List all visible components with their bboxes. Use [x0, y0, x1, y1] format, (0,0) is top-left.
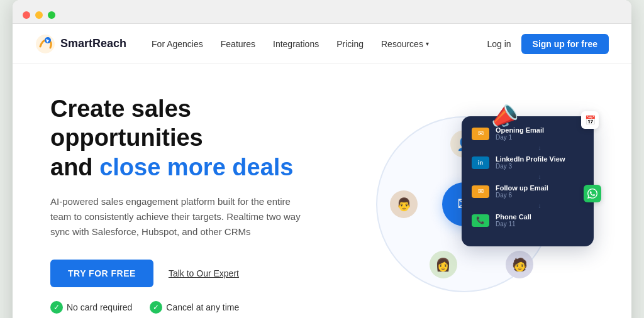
sequence-item-2: in LinkedIn Profile View Day 3: [472, 155, 584, 170]
talk-to-expert-button[interactable]: Talk to Our Expert: [169, 268, 239, 278]
nav-integrations[interactable]: Integrations: [273, 39, 319, 49]
avatar-3: 👩: [430, 251, 457, 278]
nav-links: For Agencies Features Integrations Prici…: [152, 39, 487, 49]
hero-section: Create sales opportunities and close mor…: [13, 64, 631, 318]
hero-illustration: 📣 👤 👨 👩 🧑 📅: [335, 97, 594, 311]
no-card-badge: ✓ No card required: [50, 301, 132, 314]
hero-left: Create sales opportunities and close mor…: [50, 94, 309, 314]
chevron-down-icon: ▾: [426, 40, 429, 47]
hero-actions: TRY FOR FREE Talk to Our Expert: [50, 260, 309, 287]
sequence-item-3: ✉ Follow up Email Day 6: [472, 184, 584, 199]
logo[interactable]: SmartReach: [35, 34, 126, 54]
browser-chrome: [13, 0, 631, 24]
calendar-icon: 📅: [581, 111, 599, 129]
window-maximize-dot[interactable]: [48, 11, 55, 19]
hero-title: Create sales opportunities and close mor…: [50, 94, 309, 182]
sequence-item-4: 📞 Phone Call Day 11: [472, 213, 584, 228]
try-for-free-button[interactable]: TRY FOR FREE: [50, 260, 153, 287]
nav-actions: Log in Sign up for free: [487, 34, 609, 54]
hero-title-highlight: close more deals: [99, 154, 293, 180]
cancel-badge: ✓ Cancel at any time: [150, 301, 239, 314]
avatar-2: 👨: [390, 190, 418, 218]
sequence-card: 📅 ✉ Opening Email Day 1 ↓ in: [462, 116, 594, 246]
phone-icon: 📞: [472, 214, 489, 227]
whatsapp-icon: [584, 185, 601, 202]
seq-arrow-2: ↓: [472, 173, 584, 180]
browser-window: SmartReach For Agencies Features Integra…: [13, 0, 631, 318]
hero-badges: ✓ No card required ✓ Cancel at any time: [50, 301, 309, 314]
window-minimize-dot[interactable]: [35, 11, 43, 19]
nav-features[interactable]: Features: [221, 39, 255, 49]
check-icon-1: ✓: [50, 301, 63, 314]
avatar-4: 🧑: [506, 251, 533, 278]
seq-arrow-3: ↓: [472, 202, 584, 209]
page-content: SmartReach For Agencies Features Integra…: [13, 24, 631, 318]
signup-button[interactable]: Sign up for free: [521, 34, 609, 54]
logo-text: SmartReach: [60, 37, 126, 50]
nav-pricing[interactable]: Pricing: [336, 39, 364, 49]
login-button[interactable]: Log in: [487, 39, 511, 49]
navbar: SmartReach For Agencies Features Integra…: [13, 24, 631, 64]
email-icon-1: ✉: [472, 128, 489, 140]
hero-description: AI-powered sales engagement platform bui…: [50, 194, 302, 239]
logo-icon: [35, 34, 55, 54]
linkedin-icon: in: [472, 156, 489, 169]
window-close-dot[interactable]: [23, 11, 30, 19]
email-icon-2: ✉: [472, 185, 489, 198]
sequence-item-1: ✉ Opening Email Day 1: [472, 126, 584, 141]
nav-for-agencies[interactable]: For Agencies: [152, 39, 203, 49]
check-icon-2: ✓: [150, 301, 162, 314]
nav-resources[interactable]: Resources ▾: [381, 39, 429, 49]
seq-arrow-1: ↓: [472, 145, 584, 151]
